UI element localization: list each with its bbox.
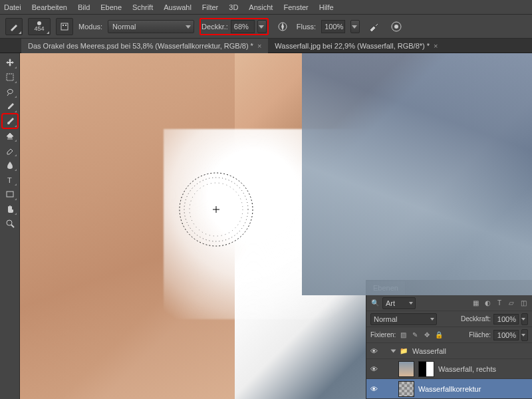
- brush-panel-toggle[interactable]: [56, 18, 73, 35]
- visibility-icon[interactable]: 👁: [369, 364, 378, 374]
- lock-pos-icon[interactable]: ✥: [422, 331, 432, 340]
- opacity-dd[interactable]: [521, 313, 528, 325]
- lasso-tool[interactable]: [3, 85, 17, 98]
- mode-label: Modus:: [78, 23, 102, 31]
- blur-tool[interactable]: [3, 158, 17, 172]
- filter-type-icon[interactable]: T: [495, 299, 504, 308]
- menu-item[interactable]: Fenster: [283, 3, 308, 11]
- blend-mode-value: Normal: [112, 23, 136, 31]
- lock-pixel-icon[interactable]: ✎: [410, 331, 420, 340]
- flow-field[interactable]: 100%: [321, 20, 345, 33]
- fill-label: Fläche:: [469, 331, 491, 338]
- pressure-opacity-icon[interactable]: [274, 18, 291, 35]
- opacity-field[interactable]: 68%: [231, 20, 255, 33]
- visibility-icon[interactable]: 👁: [369, 346, 378, 356]
- caret-icon[interactable]: [391, 349, 396, 352]
- svg-rect-8: [7, 192, 13, 197]
- group-name: Wasserfall: [412, 347, 446, 355]
- layers-list: 👁 📁 Wasserfall 👁 Wasserfall, rechts 👁: [366, 343, 532, 399]
- fill-dd[interactable]: [521, 329, 528, 341]
- eyedropper-tool[interactable]: [3, 100, 17, 113]
- layer-name: Wasserfall, rechts: [438, 365, 496, 373]
- svg-rect-2: [65, 25, 66, 26]
- canvas[interactable]: Ebenen 🔍 Art ▦ ◐ T ▱ ◫ Normal Deckkraft:…: [20, 53, 532, 399]
- image-content: [164, 129, 389, 319]
- layer-row[interactable]: 👁 Wasserfallkorrektur: [366, 379, 532, 399]
- filter-smart-icon[interactable]: ◫: [519, 299, 528, 308]
- clone-stamp-tool[interactable]: [3, 129, 17, 142]
- svg-rect-6: [7, 74, 13, 80]
- rectangle-tool[interactable]: [3, 188, 17, 201]
- svg-text:T: T: [7, 176, 12, 184]
- opacity-highlight: Deckkr.: 68%: [200, 18, 269, 35]
- layer-row[interactable]: 👁 Wasserfall, rechts: [366, 359, 532, 379]
- mask-thumb[interactable]: [418, 361, 434, 377]
- svg-point-9: [7, 220, 12, 225]
- airbrush-icon[interactable]: [365, 18, 382, 35]
- pressure-size-icon[interactable]: [388, 18, 405, 35]
- menu-item[interactable]: Datei: [4, 3, 21, 11]
- menu-item[interactable]: Ebene: [100, 3, 122, 11]
- close-icon[interactable]: ×: [257, 42, 261, 50]
- move-tool[interactable]: [3, 56, 17, 69]
- menu-item[interactable]: Auswahl: [164, 3, 192, 11]
- svg-rect-0: [61, 23, 68, 30]
- flow-dropdown[interactable]: [350, 20, 360, 33]
- folder-icon: 📁: [399, 346, 408, 356]
- opacity-dropdown[interactable]: [257, 20, 267, 33]
- layers-panel: Ebenen 🔍 Art ▦ ◐ T ▱ ◫ Normal Deckkraft:…: [366, 280, 532, 399]
- layer-name: Wasserfallkorrektur: [418, 385, 481, 393]
- opacity-label: Deckkr.:: [201, 23, 228, 31]
- flow-label: Fluss:: [297, 23, 316, 31]
- lock-all-icon[interactable]: 🔒: [434, 331, 444, 340]
- options-bar: 454 Modus: Normal Deckkr.: 68% Fluss: 10…: [0, 15, 532, 39]
- menu-item[interactable]: Hilfe: [319, 3, 334, 11]
- filter-pixel-icon[interactable]: ▦: [471, 299, 480, 308]
- menu-item[interactable]: Ansicht: [249, 3, 273, 11]
- doc-tab[interactable]: Das Orakel des Meeres.psd bei 53,8% (Was…: [21, 39, 268, 53]
- brush-preset-picker[interactable]: 454: [28, 18, 51, 35]
- layers-tab[interactable]: Ebenen: [366, 281, 406, 295]
- layer-group[interactable]: 👁 📁 Wasserfall: [366, 343, 532, 359]
- tools-panel: T: [0, 53, 20, 399]
- svg-point-5: [394, 25, 398, 29]
- fill-field[interactable]: 100%: [493, 330, 519, 340]
- brush-size-value: 454: [34, 25, 44, 32]
- marquee-tool[interactable]: [3, 70, 17, 84]
- layer-thumb[interactable]: [398, 361, 414, 377]
- filter-adjust-icon[interactable]: ◐: [483, 299, 492, 308]
- layer-thumb[interactable]: [398, 381, 414, 397]
- eraser-tool[interactable]: [3, 144, 17, 157]
- svg-rect-1: [63, 25, 64, 26]
- zoom-tool[interactable]: [3, 217, 17, 230]
- filter-shape-icon[interactable]: ▱: [507, 299, 516, 308]
- visibility-icon[interactable]: 👁: [369, 384, 378, 394]
- tool-preset-picker[interactable]: [5, 18, 23, 35]
- svg-line-10: [11, 225, 14, 227]
- type-tool[interactable]: T: [3, 173, 17, 186]
- lock-label: Fixieren:: [370, 331, 396, 338]
- opacity-label: Deckkraft:: [461, 315, 491, 323]
- menu-item[interactable]: Bearbeiten: [32, 3, 67, 11]
- lock-trans-icon[interactable]: ▨: [398, 331, 408, 340]
- hand-tool[interactable]: [3, 202, 17, 215]
- blend-mode-select[interactable]: Normal: [370, 313, 437, 325]
- filter-type-select[interactable]: Art: [382, 297, 416, 309]
- main-menu: Datei Bearbeiten Bild Ebene Schrift Ausw…: [0, 0, 532, 15]
- document-tabs: Das Orakel des Meeres.psd bei 53,8% (Was…: [0, 39, 532, 53]
- menu-item[interactable]: Filter: [202, 3, 218, 11]
- brush-tool[interactable]: [3, 114, 17, 128]
- close-icon[interactable]: ×: [434, 42, 438, 50]
- blend-mode-select[interactable]: Normal: [108, 20, 194, 33]
- menu-item[interactable]: 3D: [229, 3, 238, 11]
- menu-item[interactable]: Bild: [78, 3, 90, 11]
- search-icon[interactable]: 🔍: [370, 299, 380, 308]
- opacity-field[interactable]: 100%: [493, 314, 519, 325]
- doc-tab[interactable]: Wasserfall.jpg bei 22,9% (Wasserfall, RG…: [268, 39, 444, 53]
- menu-item[interactable]: Schrift: [132, 3, 153, 11]
